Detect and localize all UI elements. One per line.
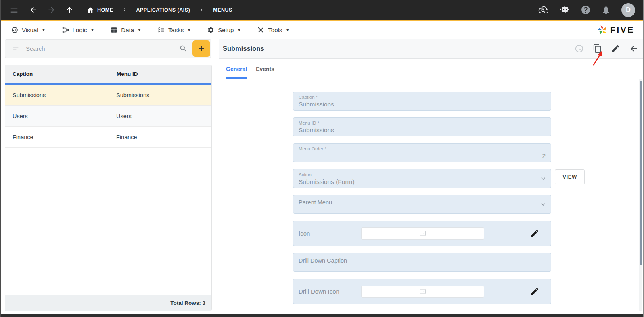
search-bar [5, 39, 211, 58]
menu-label: Setup [218, 27, 234, 33]
table-row[interactable]: Users Users [5, 106, 211, 127]
copy-icon[interactable] [593, 44, 602, 53]
tasks-icon [157, 26, 165, 34]
notifications-bell-icon[interactable] [601, 5, 611, 15]
help-icon[interactable] [581, 5, 591, 15]
field-menu-order[interactable]: Menu Order * 2 [293, 143, 551, 162]
detail-header: Submissions [219, 39, 644, 59]
menu-tools[interactable]: Tools ▼ [257, 26, 289, 34]
user-avatar[interactable]: D [621, 3, 635, 17]
field-value: 2 [299, 152, 546, 160]
field-value: Submissions [299, 127, 546, 134]
field-value: Submissions [299, 101, 546, 108]
menu-label: Visual [22, 27, 38, 33]
nav-up-icon[interactable] [65, 6, 74, 14]
image-placeholder-icon [419, 229, 427, 237]
tab-events[interactable]: Events [255, 59, 275, 79]
search-input[interactable] [26, 45, 176, 52]
menu-logic[interactable]: Logic ▼ [62, 26, 94, 34]
menu-data[interactable]: Data ▼ [110, 26, 141, 34]
caret-down-icon: ▼ [187, 28, 191, 32]
chevron-down-icon[interactable] [539, 175, 547, 183]
page-title: Submissions [223, 45, 264, 52]
list-empty-space [5, 148, 211, 295]
field-label: Drill Down Caption [299, 256, 546, 264]
cell-caption: Finance [5, 134, 109, 140]
edit-pencil-icon[interactable] [611, 44, 620, 53]
history-clock-icon[interactable] [575, 44, 584, 53]
menus-list: Caption Menu ID Submissions Submissions … [5, 65, 212, 311]
caret-down-icon: ▼ [90, 28, 94, 32]
edit-drill-down-icon-button[interactable] [530, 287, 539, 296]
table-row[interactable]: Submissions Submissions [5, 85, 211, 106]
add-record-button[interactable] [192, 40, 210, 57]
cloud-search-icon[interactable] [538, 4, 549, 15]
field-parent-menu[interactable]: Parent Menu [293, 195, 551, 214]
plus-icon [197, 44, 206, 53]
menu-label: Tools [268, 27, 282, 33]
detail-tabs: General Events [219, 59, 644, 79]
five-pinwheel-icon [597, 25, 608, 35]
field-icon[interactable]: Icon [293, 221, 551, 246]
edit-icon-button[interactable] [530, 229, 539, 238]
app-window: HOME APPLICATIONS (AIS) MENUS [0, 0, 644, 317]
field-caption[interactable]: Caption * Submissions [293, 92, 551, 111]
field-label: Icon [299, 230, 361, 237]
hamburger-menu-icon[interactable] [10, 6, 19, 15]
list-footer: Total Rows: 3 [5, 295, 211, 311]
icon-image-dropzone[interactable] [361, 227, 484, 240]
field-label: Drill Down Icon [299, 288, 361, 295]
breadcrumb-menus[interactable]: MENUS [213, 7, 232, 13]
avatar-initial: D [626, 6, 631, 14]
brand-wordmark: FIVE [610, 25, 634, 35]
breadcrumb-label: APPLICATIONS (AIS) [136, 7, 190, 13]
view-button[interactable]: VIEW [555, 169, 585, 184]
setup-gear-icon [207, 26, 215, 34]
drill-down-icon-image-dropzone[interactable] [361, 286, 484, 298]
field-label: Menu Order * [299, 146, 546, 151]
field-drill-down-caption[interactable]: Drill Down Caption [293, 253, 551, 272]
chevron-right-icon [122, 7, 128, 13]
tab-general[interactable]: General [226, 59, 247, 79]
menu-label: Logic [73, 27, 87, 33]
detail-panel: Submissions General Events Caption * [219, 39, 644, 315]
caret-down-icon: ▼ [138, 28, 141, 32]
nav-forward-icon[interactable] [47, 6, 56, 14]
general-form: Caption * Submissions Menu ID * Submissi… [219, 79, 644, 315]
image-placeholder-icon [419, 288, 427, 295]
chat-bot-icon[interactable] [559, 4, 570, 15]
menu-label: Tasks [168, 27, 184, 33]
breadcrumb-applications[interactable]: APPLICATIONS (AIS) [136, 7, 190, 13]
search-icon[interactable] [179, 44, 188, 53]
nav-back-icon[interactable] [29, 6, 38, 14]
vertical-scrollbar[interactable] [639, 79, 642, 311]
logic-icon [62, 26, 69, 34]
chevron-right-icon [199, 7, 204, 13]
panel-back-arrow-icon[interactable] [629, 44, 638, 53]
chevron-down-icon[interactable] [539, 200, 547, 209]
cell-caption: Users [5, 113, 109, 119]
data-icon [110, 26, 118, 34]
menu-visual[interactable]: Visual ▼ [11, 26, 46, 34]
menu-setup[interactable]: Setup ▼ [207, 26, 241, 34]
caret-down-icon: ▼ [237, 28, 241, 32]
field-drill-down-icon[interactable]: Drill Down Icon [293, 279, 551, 304]
visual-icon [11, 26, 19, 34]
field-action[interactable]: Action Submissions (Form) VIEW [293, 169, 551, 188]
breadcrumb-home[interactable]: HOME [87, 6, 113, 14]
home-icon [87, 6, 94, 14]
cell-menu-id: Finance [109, 134, 211, 140]
column-header-caption[interactable]: Caption [5, 65, 109, 83]
table-row[interactable]: Finance Finance [5, 127, 211, 148]
field-menu-id[interactable]: Menu ID * Submissions [293, 117, 551, 136]
total-rows-label: Total Rows: 3 [170, 300, 205, 306]
field-label: Menu ID * [299, 121, 546, 125]
menu-tasks[interactable]: Tasks ▼ [157, 26, 191, 34]
breadcrumb-label: MENUS [213, 7, 232, 13]
column-header-menu-id[interactable]: Menu ID [109, 65, 211, 83]
list-header-row: Caption Menu ID [5, 65, 211, 83]
scrollbar-thumb[interactable] [640, 81, 642, 265]
filter-icon[interactable] [12, 45, 20, 53]
caret-down-icon: ▼ [42, 28, 46, 32]
app-menu-bar: Visual ▼ Logic ▼ Data ▼ [1, 21, 643, 39]
